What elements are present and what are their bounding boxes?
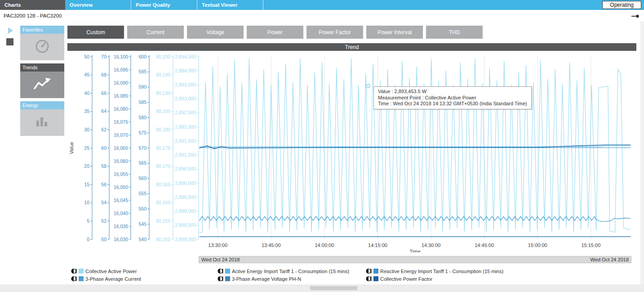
tooltip-anchor-marker[interactable]: [366, 84, 370, 88]
legend-swatch: [373, 276, 378, 281]
y-axis-tick-label: 590: [138, 84, 147, 90]
legend-item: Reactive Energy Import Tariff 1 - Consum…: [366, 268, 636, 274]
favorites-icon-tile[interactable]: [20, 34, 64, 60]
y-axis-tick-label: 2,891,500: [175, 138, 196, 144]
trend-chart[interactable]: 5045403530252015105070686664626058565452…: [67, 51, 636, 252]
y-axis-tick-label: 16,090: [114, 80, 128, 85]
tab-overview[interactable]: Overview: [65, 0, 131, 10]
y-axis-tick-label: 580: [138, 115, 147, 120]
y-axis-tick-label: 45: [84, 72, 89, 77]
y-axis-title: Value: [69, 142, 74, 154]
y-axis-tick-label: 56: [101, 182, 107, 187]
tab-charts[interactable]: Charts: [0, 0, 65, 10]
legend-label: Collective Active Power: [85, 269, 137, 274]
preset-button-power-factor[interactable]: Power Factor: [306, 26, 363, 39]
sidebar-group-favorites: Favorites: [20, 26, 64, 60]
x-axis-tick-label: 15:00:00: [528, 243, 547, 248]
y-axis-tick-label: 2,891,000: [175, 152, 196, 157]
y-axis-tick-label: 66: [101, 90, 107, 96]
preset-button-current[interactable]: Current: [127, 26, 184, 39]
y-axis-tick-label: 64: [101, 108, 107, 114]
y-axis-tick-label: 2,889,500: [175, 194, 196, 200]
legend-swatch: [225, 269, 230, 274]
y-axis-tick-label: 16,050: [114, 184, 128, 190]
range-start-date: Wed Oct 24 2018: [201, 257, 240, 262]
legend-item: Collective Power Factor: [366, 276, 636, 282]
y-axis-tick-label: 595: [138, 69, 147, 74]
sidebar-item-energy[interactable]: Energy: [20, 101, 64, 109]
y-axis-tick-label: 80,185: [156, 108, 170, 114]
y-axis-tick-label: 20: [84, 163, 89, 169]
x-axis-tick-label: 14:00:00: [315, 243, 334, 248]
y-axis-tick-label: 80,195: [156, 72, 170, 77]
y-axis-tick-label: 50: [84, 54, 89, 59]
y-axis-tick-label: 80,165: [156, 182, 170, 187]
y-axis-tick-label: 2,893,500: [175, 82, 196, 87]
x-axis-tick-label: 15:15:00: [581, 243, 600, 248]
preset-button-thd[interactable]: THD: [426, 26, 483, 39]
y-axis-tick-label: 2,892,000: [175, 124, 196, 130]
right-edge-strip: [640, 22, 644, 284]
y-axis-tick-label: 80,160: [156, 200, 170, 205]
bar-chart-icon: [33, 115, 51, 130]
horizontal-scrollbar[interactable]: [0, 284, 644, 292]
y-axis-tick-label: 585: [138, 99, 147, 105]
top-tab-bar: Charts Overview Power Quality Textual Vi…: [0, 0, 644, 10]
y-axis-tick-label: 2,888,500: [175, 222, 196, 228]
series-toggle-icon[interactable]: [71, 276, 77, 282]
scrollbar-thumb[interactable]: [310, 286, 357, 290]
y-axis-tick-label: 25: [84, 145, 89, 151]
series-toggle-icon[interactable]: [366, 276, 372, 282]
legend-label: 3-Phase Average Current: [85, 276, 141, 282]
y-axis-tick-label: 30: [84, 127, 89, 132]
y-axis-tick-label: 16,070: [114, 132, 128, 138]
panel-toggle-button[interactable]: [6, 38, 13, 45]
y-axis-tick-label: 555: [138, 191, 147, 196]
y-axis-tick-label: 565: [138, 160, 147, 166]
y-axis-tick-label: 5: [87, 218, 89, 224]
series-toggle-icon[interactable]: [218, 276, 223, 282]
operating-button[interactable]: Operating: [602, 1, 641, 9]
y-axis-tick-label: 2,894,000: [175, 68, 196, 73]
series-collective-active-power: [200, 58, 631, 232]
y-axis-tick-label: 2,890,500: [175, 166, 196, 171]
panel-collapse-strip: [0, 22, 20, 284]
y-axis-tick-label: 50: [101, 237, 107, 242]
y-axis-tick-label: 80,175: [156, 145, 170, 151]
series-toggle-icon[interactable]: [71, 268, 77, 274]
y-axis-tick-label: 40: [84, 90, 89, 96]
sidebar-item-favorites[interactable]: Favorites: [20, 26, 64, 34]
legend-label: 3-Phase Average Voltage PH-N: [232, 276, 301, 282]
y-axis-tick-label: 80,170: [156, 163, 170, 169]
preset-button-custom[interactable]: Custom: [67, 26, 124, 39]
content-area: Favorites Trends: [0, 22, 644, 284]
y-axis-tick-label: 570: [138, 145, 147, 151]
series-toggle-icon[interactable]: [366, 268, 372, 274]
y-axis-tick-label: 54: [101, 200, 107, 205]
time-range-bar[interactable]: Wed Oct 24 2018 Wed Oct 24 2018: [199, 256, 631, 263]
y-axis-tick-label: 16,080: [114, 106, 128, 112]
trend-main-panel: Custom Current Voltage Power Power Facto…: [67, 22, 636, 284]
preset-button-voltage[interactable]: Voltage: [187, 26, 244, 39]
expand-panel-icon[interactable]: [8, 27, 13, 34]
y-axis-tick-label: 600: [138, 54, 147, 59]
trends-icon-tile[interactable]: [20, 72, 64, 98]
y-axis-tick-label: 2,889,000: [175, 208, 196, 214]
y-axis-tick-label: 2,888,000: [175, 237, 196, 242]
tab-textual-viewer[interactable]: Textual Viewer: [197, 0, 263, 10]
tooltip-time-line: Time : Wed Oct 24 2018 14:13:32 GMT+0530…: [378, 101, 527, 107]
y-axis-tick-label: 70: [101, 54, 107, 59]
y-axis-tick-label: 16,040: [114, 211, 128, 216]
energy-icon-tile[interactable]: [20, 109, 64, 136]
y-axis-tick-label: 80,190: [156, 90, 170, 96]
y-axis-tick-label: 540: [138, 237, 147, 242]
preset-button-power[interactable]: Power: [247, 26, 303, 39]
tooltip-value-line: Value : 2,893,453.5 W: [378, 89, 527, 95]
preset-button-power-interval[interactable]: Power Interval: [366, 26, 423, 39]
pin-icon[interactable]: [631, 13, 640, 19]
tab-power-quality[interactable]: Power Quality: [131, 0, 197, 10]
sidebar-item-trends[interactable]: Trends: [20, 63, 64, 72]
y-axis-tick-label: 545: [138, 221, 147, 227]
series-toggle-icon[interactable]: [218, 268, 223, 274]
y-axis-tick-label: 0: [87, 237, 89, 242]
